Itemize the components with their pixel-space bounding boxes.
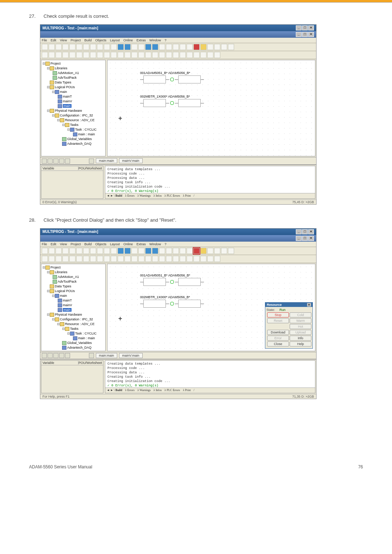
page-number: 76 (358, 464, 363, 469)
project-tree[interactable]: ⊟Project ⊟Libraries AdvMotion_A1 AdvTool… (41, 264, 106, 351)
step28-text: Click "Project Control Dialog" and then … (44, 217, 363, 223)
step27-text: Check compile result is correct. (44, 13, 363, 19)
diagram-canvas[interactable]: 001ADAM5051_B* ADAM5056_B* ———— 002MBTR_… (107, 264, 315, 351)
output-tabs[interactable]: ◄ ► \ Build λ Errors λ Warnings λ Infos … (105, 387, 315, 393)
project-tree[interactable]: ⊟Project ⊟Libraries AdvMotion_A1 AdvTool… (41, 60, 106, 156)
variable-panel[interactable]: VariablePOU/Worksheet (41, 166, 103, 199)
warm-button[interactable]: Warm (290, 318, 311, 323)
add-icon[interactable]: + (118, 115, 122, 122)
mdi-title (42, 33, 44, 37)
output-panel: Creating data templates ... Processing c… (105, 360, 315, 393)
window-controls[interactable]: _□× (295, 25, 314, 30)
window-title: MULTIPROG - Test - [main:main] (42, 26, 98, 30)
window-controls[interactable]: _□× (295, 229, 314, 234)
tab-main[interactable]: main:main (96, 158, 118, 163)
window-title: MULTIPROG - Test - [main:main] (42, 230, 98, 234)
toolbar-1[interactable] (40, 43, 316, 51)
close-button[interactable]: Close (267, 341, 289, 346)
info-button[interactable]: Info (290, 336, 311, 341)
output-panel: Creating data templates ... Processing c… (105, 166, 315, 199)
tree-buttons[interactable]: main:main mainV:main (40, 157, 316, 164)
footer-left: ADAM-5560 Series User Manual (29, 464, 92, 469)
error-button[interactable]: Error (267, 336, 289, 341)
menubar[interactable]: FileEditViewProjectBuildObjectsLayoutOnl… (40, 242, 316, 247)
status-bar: 0 Error(s), 0 Warning(s)75,45 D: >2GB (40, 200, 316, 204)
step27-num: 27. (29, 13, 44, 19)
close-icon[interactable]: × (307, 303, 311, 307)
variable-panel[interactable]: VariablePOU/Worksheet (41, 360, 103, 393)
tree-buttons[interactable]: main:main mainV:main (40, 352, 316, 359)
screenshot-1: MULTIPROG - Test - [main:main] _□× _□× F… (40, 24, 317, 205)
reset-button[interactable]: Reset (267, 318, 289, 323)
stop-button[interactable]: Stop (267, 312, 289, 317)
toolbar-2[interactable] (40, 51, 316, 59)
toolbar-2[interactable] (40, 255, 316, 263)
status-bar: For Help, press F171,35 D: >2GB (40, 394, 316, 399)
toolbar-1[interactable] (40, 247, 316, 255)
menubar[interactable]: FileEditViewProjectBuildObjectsLayoutOnl… (40, 38, 316, 43)
mdi-controls[interactable]: _□× (295, 236, 314, 241)
upload-button[interactable]: Upload (290, 330, 311, 335)
add-icon[interactable]: + (118, 315, 122, 323)
download-button[interactable]: Download (267, 330, 289, 335)
hot-button[interactable]: Hot (290, 324, 311, 329)
resource-dialog[interactable]: Resource× State:Run StopCold ResetWarm .… (265, 302, 313, 349)
tab-mainv[interactable]: mainV:main (119, 158, 143, 163)
step28-num: 28. (29, 217, 44, 223)
mdi-controls[interactable]: _□× (295, 32, 314, 37)
output-tabs[interactable]: ◄ ► \ Build λ Errors λ Warnings λ Infos … (105, 193, 315, 198)
diagram-canvas[interactable]: 001ADAM5051_B* ADAM5056_B* ———— 002MBTR_… (107, 60, 315, 156)
cold-button[interactable]: Cold (290, 312, 311, 317)
help-button[interactable]: Help (290, 341, 311, 346)
screenshot-2: MULTIPROG - Test - [main:main] _□× _□× F… (40, 228, 317, 399)
